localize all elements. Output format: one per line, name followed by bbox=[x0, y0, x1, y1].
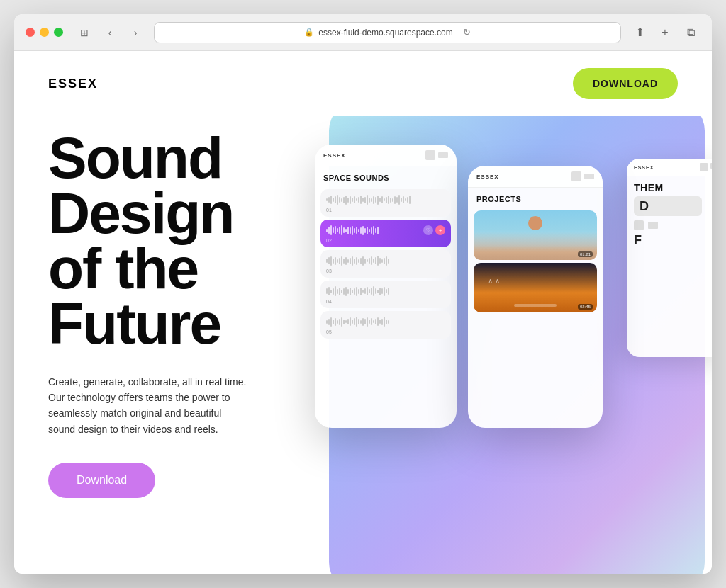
peek-content: THEM D F bbox=[627, 176, 712, 259]
menu-icon-2 bbox=[584, 174, 594, 179]
projects-title: PROJECTS bbox=[468, 188, 603, 208]
person-head bbox=[528, 216, 542, 230]
hero-description: Create, generate, collaborate, all in re… bbox=[48, 374, 247, 438]
sound-label-2: 02 bbox=[326, 238, 445, 243]
grid-view-button[interactable]: ⊞ bbox=[74, 25, 94, 40]
duplicate-button[interactable]: ⧉ bbox=[681, 25, 700, 40]
waveform-4 bbox=[326, 285, 445, 298]
phone-secondary-icons bbox=[571, 171, 594, 181]
add-icon[interactable]: + bbox=[435, 225, 445, 235]
phone-main-logo: ESSEX bbox=[323, 152, 346, 159]
sound-item-4: 04 bbox=[320, 281, 451, 308]
navigation: ESSEX DOWNLOAD bbox=[14, 51, 712, 116]
new-tab-button[interactable]: + bbox=[655, 25, 675, 40]
sound-item-1: 01 bbox=[320, 189, 451, 217]
share-button[interactable]: ⬆ bbox=[630, 25, 649, 40]
peek-small-menu bbox=[648, 222, 658, 229]
nav-download-button[interactable]: DOWNLOAD bbox=[573, 68, 678, 99]
browser-chrome: ⊞ ‹ › 🔒 essex-fluid-demo.squarespace.com… bbox=[14, 14, 712, 51]
maximize-button[interactable] bbox=[54, 28, 63, 37]
peek-title-them: THEM bbox=[634, 182, 712, 193]
peek-menu-icon bbox=[710, 163, 712, 169]
sound-label-4: 04 bbox=[326, 299, 445, 304]
sound-label-3: 03 bbox=[326, 268, 445, 273]
url-text: essex-fluid-demo.squarespace.com bbox=[318, 28, 452, 38]
search-icon bbox=[425, 150, 435, 160]
forward-button[interactable]: › bbox=[125, 25, 145, 40]
peek-logo: ESSEX bbox=[634, 165, 654, 170]
lock-icon: 🔒 bbox=[304, 28, 314, 37]
hero-section: Sound Design of the Future Create, gener… bbox=[14, 116, 712, 574]
reload-icon[interactable]: ↻ bbox=[463, 27, 471, 38]
peek-small-search bbox=[634, 220, 644, 230]
sound-label-5: 05 bbox=[326, 329, 445, 334]
phone-secondary: ESSEX PROJECTS bbox=[468, 166, 603, 428]
phone-secondary-header: ESSEX bbox=[468, 166, 603, 188]
url-bar[interactable]: 🔒 essex-fluid-demo.squarespace.com ↻ bbox=[154, 22, 621, 43]
menu-icon bbox=[438, 152, 448, 158]
sound-item-2-active: ♡ + 02 bbox=[320, 220, 451, 247]
back-button[interactable]: ‹ bbox=[100, 25, 120, 40]
browser-nav-controls: ⊞ ‹ › bbox=[74, 25, 145, 40]
project-item-2: ∧ ∧ 02:45 bbox=[474, 263, 597, 312]
minimize-button[interactable] bbox=[40, 28, 49, 37]
hero-title-line2: of the Future bbox=[48, 236, 220, 356]
waveform-3 bbox=[326, 254, 445, 267]
peek-letter-f: F bbox=[634, 233, 712, 248]
horizon-line bbox=[514, 304, 557, 307]
phone-main: ESSEX SPACE SOUNDS 01 bbox=[315, 145, 457, 428]
site-logo: ESSEX bbox=[48, 77, 98, 91]
phone-mockups: ESSEX SPACE SOUNDS 01 bbox=[315, 145, 603, 428]
hero-title-line1: Sound Design bbox=[48, 125, 233, 245]
peek-item-d: D bbox=[634, 196, 702, 216]
phone-main-header: ESSEX bbox=[315, 145, 457, 166]
birds-silhouette: ∧ ∧ bbox=[488, 277, 500, 285]
waveform-2 bbox=[326, 224, 420, 237]
peek-search-icon bbox=[700, 163, 708, 171]
space-sounds-title: SPACE SOUNDS bbox=[315, 166, 457, 186]
waveform-5 bbox=[326, 315, 445, 328]
peek-search-row bbox=[634, 220, 712, 230]
phone-peek: ESSEX THEM D bbox=[627, 159, 712, 357]
project-1-duration: 01:21 bbox=[578, 251, 593, 257]
hero-download-button[interactable]: Download bbox=[48, 463, 155, 498]
waveform-1 bbox=[326, 193, 445, 206]
sound-label-1: 01 bbox=[326, 208, 445, 213]
sound-item-5: 05 bbox=[320, 311, 451, 339]
phone-secondary-logo: ESSEX bbox=[476, 174, 499, 180]
phone-main-icons bbox=[425, 150, 448, 160]
heart-icon: ♡ bbox=[423, 225, 433, 235]
search-icon-2 bbox=[571, 171, 581, 181]
traffic-lights bbox=[26, 28, 63, 37]
project-2-duration: 02:45 bbox=[578, 304, 593, 310]
project-item-1: 01:21 bbox=[474, 210, 597, 260]
peek-letter-d: D bbox=[640, 199, 649, 214]
sound-item-3: 03 bbox=[320, 250, 451, 278]
close-button[interactable] bbox=[26, 28, 35, 37]
peek-header: ESSEX bbox=[627, 159, 712, 176]
website-content: ESSEX DOWNLOAD Sound Design of the Futur… bbox=[14, 51, 712, 574]
browser-action-buttons: ⬆ + ⧉ bbox=[630, 25, 700, 40]
browser-window: ⊞ ‹ › 🔒 essex-fluid-demo.squarespace.com… bbox=[14, 14, 712, 574]
